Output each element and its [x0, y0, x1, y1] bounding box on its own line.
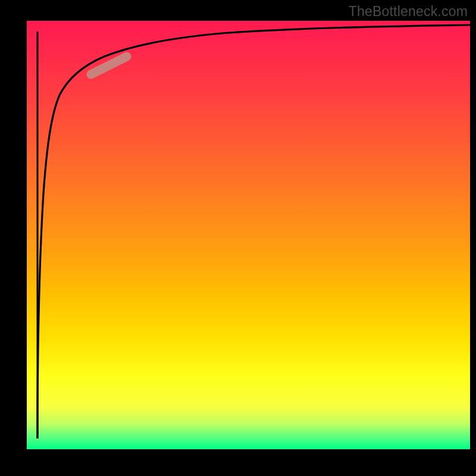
chart-frame: TheBottleneck.com: [0, 0, 476, 476]
bottleneck-curve: [37, 25, 470, 439]
plot-area: [27, 21, 470, 449]
attribution-text: TheBottleneck.com: [349, 4, 468, 20]
curve-layer: [27, 21, 470, 449]
